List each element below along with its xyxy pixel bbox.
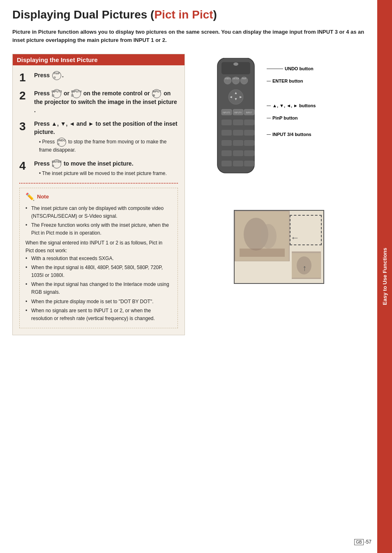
page-title: Displaying Dual Pictures (Pict in Pict) — [12, 8, 365, 21]
step-1-content: Press PinP⊙. — [34, 71, 178, 80]
pip-main-svg — [235, 212, 289, 261]
svg-rect-27 — [233, 140, 243, 146]
remote-labels: UNDO button ENTER button ▲, ▼, ◄, ► butt… — [267, 66, 316, 137]
intro-text: Picture in Picture function allows you t… — [12, 28, 365, 44]
note-sub-item-4: When the picture display mode is set to … — [25, 298, 172, 306]
enter-label-text: ENTER button — [272, 78, 303, 83]
pinp-icon: PinP⊙ — [52, 71, 61, 80]
svg-rect-20 — [221, 120, 232, 125]
dot-divider — [19, 183, 178, 184]
note-item-2: The Freeze function works only with the … — [25, 221, 172, 237]
svg-text:INPUT: INPUT — [246, 111, 252, 114]
svg-rect-24 — [233, 130, 243, 136]
step-3: 3 Press ▲, ▼, ◄ and ► to set the positio… — [19, 120, 178, 154]
page-num: 57 — [366, 539, 371, 545]
svg-text:INPUT4: INPUT4 — [234, 111, 242, 114]
svg-text:▲: ▲ — [234, 91, 238, 95]
step-3-bullet: Press UNDO⊙ to stop the frame from movin… — [34, 138, 178, 154]
note-icon: ✏️ — [25, 192, 35, 201]
svg-rect-33 — [233, 161, 243, 166]
input-projector-icon: INPUT⚙ — [152, 89, 161, 98]
enter-icon-step4: ENTER⊙ — [52, 159, 61, 168]
svg-text:INPUT3: INPUT3 — [223, 111, 230, 114]
undo-label-text: UNDO button — [285, 66, 314, 71]
pip-diagram-container: ← ↑ — [234, 210, 324, 284]
step-4-number: 4 — [19, 160, 34, 172]
note-sub-item-2: When the input signal is 480I, 480P, 540… — [25, 264, 172, 279]
note-sub-item-1: With a resolution that exceeds SXGA. — [25, 255, 172, 263]
step-3-number: 3 — [19, 121, 34, 132]
note-sub-list: With a resolution that exceeds SXGA. Whe… — [25, 255, 172, 323]
step-2-content: Press INPUT3⊡ or INPUT4⊡ on the remote c… — [34, 89, 178, 114]
step-3-content: Press ▲, ▼, ◄ and ► to set the position … — [34, 120, 178, 154]
svg-rect-31 — [244, 150, 254, 156]
svg-text:◄: ◄ — [229, 95, 233, 99]
svg-rect-23 — [221, 130, 232, 136]
svg-rect-22 — [244, 120, 254, 125]
note-list: The inset picture can only be displayed … — [25, 205, 172, 237]
svg-text:PinP: PinP — [242, 77, 247, 80]
pinp-label-text: PinP button — [272, 115, 298, 120]
input3-icon: INPUT3⊡ — [52, 89, 61, 98]
remote-svg: UNDO ENTER PinP ▲ ▼ ◄ ► INPUT3 INPUT4 IN… — [209, 58, 263, 181]
side-tab-label: Easy to Use Functions — [382, 248, 388, 305]
svg-rect-38 — [240, 249, 285, 257]
right-column: UNDO ENTER PinP ▲ ▼ ◄ ► INPUT3 INPUT4 IN… — [193, 54, 365, 335]
pip-main-picture — [235, 211, 290, 261]
side-tab: Easy to Use Functions — [377, 0, 392, 553]
step-1: 1 Press PinP⊙. — [19, 71, 178, 83]
input34-label: INPUT 3/4 buttons — [267, 132, 316, 137]
note-title: ✏️ Note — [25, 192, 172, 201]
gb-label: GB — [354, 539, 363, 545]
input34-label-text: INPUT 3/4 buttons — [272, 132, 311, 137]
section-box: Displaying the Inset Picture 1 Press Pin… — [12, 54, 185, 335]
step-3-text: Press ▲, ▼, ◄ and ► to set the position … — [34, 120, 178, 136]
svg-rect-30 — [233, 150, 243, 156]
step-4-text: Press ENTER⊙ to move the inset picture. — [34, 159, 178, 168]
enter-label: ENTER button — [267, 78, 316, 83]
step-1-number: 1 — [19, 72, 34, 83]
section-header: Displaying the Inset Picture — [13, 54, 184, 65]
note-section: ✏️ Note The inset picture can only be di… — [19, 188, 178, 328]
pip-arrow-up: ↑ — [302, 263, 307, 273]
pip-diagram: ← ↑ — [234, 210, 324, 284]
svg-rect-34 — [244, 161, 254, 166]
svg-text:UNDO: UNDO — [225, 77, 231, 80]
svg-rect-21 — [233, 120, 243, 125]
note-sub-item-3: When the input signal has changed to the… — [25, 281, 172, 296]
step-2: 2 Press INPUT3⊡ or INPUT4⊡ on the remote… — [19, 89, 178, 114]
svg-point-37 — [260, 224, 277, 249]
step-4-content: Press ENTER⊙ to move the inset picture. … — [34, 159, 178, 177]
pinp-label: PinP button — [267, 115, 316, 120]
step-2-number: 2 — [19, 90, 34, 101]
svg-rect-25 — [244, 130, 254, 136]
note-para: When the signal entered into INPUT 1 or … — [25, 239, 172, 254]
step-1-text: Press PinP⊙. — [34, 71, 178, 80]
arrows-label-text: ▲, ▼, ◄, ► buttons — [272, 103, 316, 108]
input4-icon: INPUT4⊡ — [72, 89, 81, 98]
svg-rect-28 — [244, 140, 254, 146]
left-column: Displaying the Inset Picture 1 Press Pin… — [12, 54, 185, 335]
svg-text:►: ► — [239, 95, 243, 99]
undo-label: UNDO button — [267, 66, 316, 71]
remote-diagram: UNDO ENTER PinP ▲ ▼ ◄ ► INPUT3 INPUT4 IN… — [209, 54, 349, 198]
step-4: 4 Press ENTER⊙ to move the inset picture… — [19, 159, 178, 177]
svg-point-2 — [233, 62, 238, 66]
main-content: Displaying Dual Pictures (Pict in Pict) … — [0, 0, 377, 352]
note-sub-item-5: When no signals are sent to INPUT 1 or 2… — [25, 307, 172, 322]
svg-rect-29 — [221, 150, 232, 156]
undo-icon-step3: UNDO⊙ — [57, 138, 66, 147]
page-number: GB-57 — [354, 539, 371, 545]
two-col-layout: Displaying the Inset Picture 1 Press Pin… — [12, 54, 365, 335]
svg-text:ENTER: ENTER — [233, 77, 240, 80]
arrows-label: ▲, ▼, ◄, ► buttons — [267, 103, 316, 108]
step-2-text: Press INPUT3⊡ or INPUT4⊡ on the remote c… — [34, 89, 178, 114]
step-4-bullet: The inset picture will be moved to the i… — [34, 170, 178, 177]
note-item-1: The inset picture can only be displayed … — [25, 205, 172, 220]
svg-rect-26 — [221, 140, 232, 146]
svg-rect-32 — [221, 161, 232, 166]
pip-arrow-right: ← — [291, 233, 300, 243]
svg-text:▼: ▼ — [234, 97, 238, 101]
